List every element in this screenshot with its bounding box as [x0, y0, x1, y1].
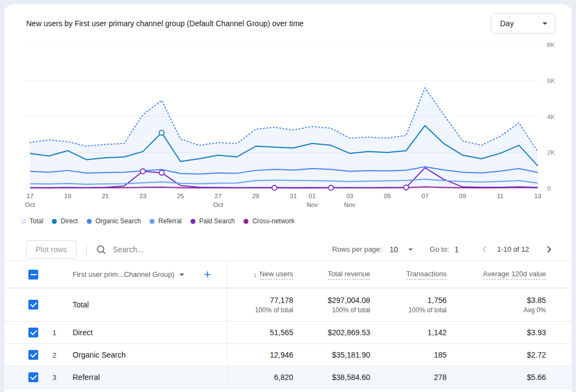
metric-value: 1,756 [427, 296, 447, 305]
table-toolbar: Plot rows Rows per page: 10 Go to: 1-10 … [4, 238, 572, 261]
chevron-right-icon [543, 243, 555, 256]
svg-text:Oct: Oct [213, 201, 223, 208]
search-input[interactable] [113, 245, 255, 254]
legend-label: Referral [158, 217, 182, 225]
legend-item-direct: Direct [52, 217, 78, 225]
legend-dot [87, 219, 92, 224]
rows-per-page-select[interactable]: 10 [389, 245, 415, 254]
go-to-input[interactable] [454, 245, 468, 254]
chevron-down-icon [539, 18, 550, 29]
svg-text:05: 05 [384, 193, 391, 199]
metric-value: 51,565 [228, 322, 293, 343]
plot-rows-button[interactable]: Plot rows [26, 240, 76, 259]
metric-value: $35,181.90 [293, 344, 370, 366]
rows-per-page-label: Rows per page: [332, 245, 382, 253]
dimension-value: Direct [73, 322, 228, 343]
pagination-controls: Rows per page: 10 Go to: 1-10 of 12 [332, 243, 555, 256]
row-checkbox[interactable] [28, 300, 38, 310]
row-number: 2 [46, 344, 73, 366]
svg-text:03: 03 [346, 193, 353, 199]
chart-title: New users by First user primary channel … [26, 19, 304, 28]
svg-text:29: 29 [252, 193, 259, 199]
dimension-value: Referral [73, 366, 228, 388]
column-header-average-120d-value[interactable]: Average 120d value [447, 261, 546, 288]
toolbar-divider [86, 242, 87, 257]
row-number: 1 [46, 322, 73, 343]
svg-text:01: 01 [308, 193, 316, 199]
card-header: New users by First user primary channel … [4, 4, 572, 34]
report-card: New users by First user primary channel … [4, 4, 572, 392]
legend-dot [22, 219, 26, 223]
interval-dropdown[interactable]: Day [491, 13, 555, 34]
dimension-value: Organic Search [73, 344, 228, 366]
sort-descending-icon: ↓ [253, 270, 257, 278]
table-row: 3Referral6,820$38,584.60278$5.66 [4, 366, 572, 389]
time-series-chart: 02K4K6K8K17Oct1921232527Oct293101Nov03No… [4, 34, 572, 214]
legend-item-organic-search: Organic Search [87, 217, 141, 225]
legend-item-cross-network: Cross-network [244, 217, 294, 225]
legend-dot [191, 219, 195, 224]
svg-text:17: 17 [27, 193, 34, 199]
dimension-header-label: First user prim...Channel Group) [73, 270, 174, 278]
legend-item-referral: Referral [150, 217, 182, 225]
svg-text:25: 25 [177, 193, 184, 199]
column-header-new-users[interactable]: ↓ New users [228, 261, 293, 288]
legend-label: Cross-network [252, 217, 294, 225]
column-header-total-revenue[interactable]: Total revenue [293, 261, 370, 288]
legend-label: Organic Search [96, 217, 141, 225]
svg-text:Oct: Oct [25, 201, 35, 208]
svg-text:21: 21 [102, 193, 109, 199]
rows-per-page-value: 10 [389, 245, 398, 254]
svg-text:Nov: Nov [306, 201, 318, 208]
svg-text:23: 23 [139, 193, 146, 199]
svg-text:6K: 6K [547, 78, 555, 84]
svg-text:4K: 4K [547, 114, 555, 120]
metric-value: $297,004.08 [328, 296, 370, 305]
chevron-down-icon [406, 245, 415, 254]
metric-value: 6,820 [228, 366, 293, 388]
chevron-down-icon [176, 269, 187, 280]
legend-label: Total [29, 217, 43, 225]
metric-value: 77,178 [270, 296, 293, 305]
row-checkbox[interactable] [28, 372, 38, 382]
row-number: 3 [46, 366, 73, 388]
metric-value: 1,142 [370, 322, 447, 343]
metric-value: $3.85 [527, 296, 546, 305]
data-table: First user prim...Channel Group) + ↓ New… [4, 261, 572, 389]
svg-text:8K: 8K [547, 41, 555, 48]
totals-row: Total 77,178 100% of total $297,004.08 1… [4, 288, 572, 322]
select-all-checkbox[interactable] [28, 270, 38, 280]
row-checkbox[interactable] [28, 350, 38, 360]
metric-value: $38,584.60 [293, 366, 370, 388]
next-page-button[interactable] [543, 243, 555, 256]
legend-item-total: Total [22, 217, 43, 225]
row-checkbox[interactable] [28, 328, 38, 337]
svg-text:11: 11 [497, 193, 503, 199]
dimension-header-dropdown[interactable]: First user prim...Channel Group) [73, 269, 187, 280]
metric-value: $3.93 [447, 322, 546, 343]
metric-value: $2.72 [447, 344, 546, 366]
table-row: 1Direct51,565$202,869.531,142$3.93 [4, 322, 572, 344]
svg-text:07: 07 [421, 193, 429, 199]
previous-page-button[interactable] [478, 243, 490, 256]
svg-text:Nov: Nov [344, 201, 355, 208]
chart-legend: TotalDirectOrganic SearchReferralPaid Se… [22, 216, 572, 226]
table-header-row: First user prim...Channel Group) + ↓ New… [4, 261, 572, 288]
metric-value: 185 [370, 344, 447, 366]
table-body: 1Direct51,565$202,869.531,142$3.932Organ… [4, 322, 572, 389]
metric-value: 278 [370, 366, 447, 388]
legend-dot [150, 219, 155, 224]
metric-subvalue: 100% of total [408, 306, 447, 314]
svg-text:31: 31 [290, 193, 297, 199]
svg-text:2K: 2K [547, 149, 555, 156]
add-dimension-button[interactable]: + [204, 268, 211, 282]
metric-subvalue: 100% of total [332, 306, 370, 314]
legend-dot [244, 219, 248, 224]
legend-dot [52, 219, 57, 224]
column-header-transactions[interactable]: Transactions [370, 261, 447, 288]
chevron-left-icon [478, 243, 490, 256]
table-row: 2Organic Search12,946$35,181.90185$2.72 [4, 344, 572, 366]
svg-text:09: 09 [459, 193, 466, 199]
svg-text:27: 27 [215, 193, 222, 199]
go-to-label: Go to: [430, 245, 449, 253]
